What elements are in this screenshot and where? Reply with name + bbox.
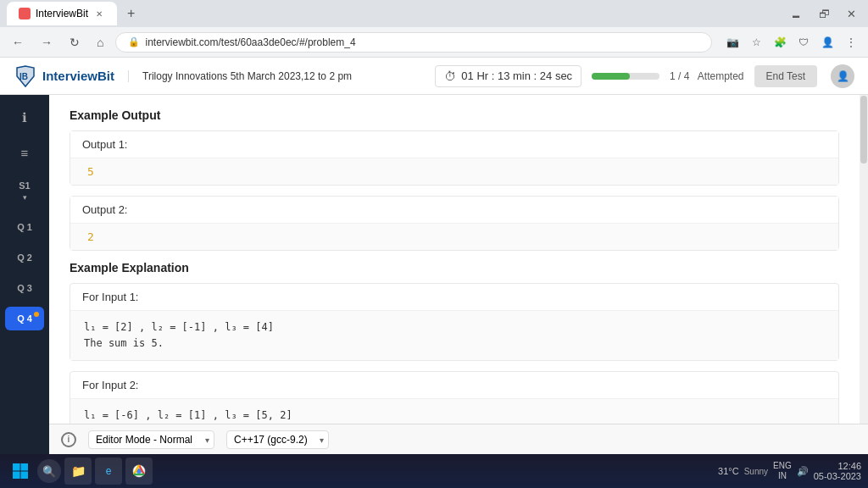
home-button[interactable]: ⌂ (92, 32, 108, 53)
bookmark-icon[interactable]: ☆ (746, 32, 766, 53)
sidebar-item-q4[interactable]: Q 4 (5, 307, 44, 330)
taskbar-date-text: 05-03-2023 (814, 471, 861, 481)
taskbar-datetime: 12:46 05-03-2023 (814, 461, 861, 481)
output2-label: Output 2: (70, 197, 838, 224)
compiler-wrapper: C++17 (gcc-9.2) (226, 430, 329, 449)
temperature: 31°C (718, 466, 739, 476)
browser-tab[interactable]: InterviewBit ✕ (7, 2, 117, 25)
url-text: interviewbit.com/test/60aa3de0ec/#/probl… (145, 36, 699, 48)
q2-label: Q 2 (17, 252, 32, 263)
output1-block: Output 1: 5 (70, 130, 839, 186)
list-icon: ≡ (21, 146, 29, 160)
taskbar-weather: Sunny (744, 467, 768, 476)
back-button[interactable]: ← (7, 32, 29, 53)
tab-title: InterviewBit (36, 8, 88, 19)
test-title: Trilogy Innovations 5th March 2023,12 to… (128, 70, 352, 82)
q1-label: Q 1 (17, 222, 32, 232)
shield-icon[interactable]: 🛡 (793, 32, 814, 53)
progress-text: 1 / 4 Attempted (670, 70, 743, 82)
taskbar-lang: ENGIN (773, 461, 792, 481)
sidebar-item-s1[interactable]: S1 ▾ (5, 174, 44, 208)
exp-input1-line2: The sum is 5. (84, 336, 825, 352)
taskbar-chrome[interactable] (125, 458, 153, 485)
taskbar-files[interactable]: 📁 (64, 458, 92, 485)
editor-mode-wrapper: Editor Mode - Normal (88, 430, 214, 449)
close-button[interactable]: ✕ (842, 8, 861, 20)
sidebar-item-q1[interactable]: Q 1 (5, 215, 44, 239)
address-bar[interactable]: 🔒 interviewbit.com/test/60aa3de0ec/#/pro… (115, 32, 712, 53)
test-title-text: Trilogy Innovations 5th March 2023,12 to… (142, 70, 352, 82)
window-controls: 🗕 🗗 ✕ (786, 8, 861, 20)
q4-label: Q 4 (17, 313, 32, 324)
browser-toolbar: ← → ↻ ⌂ 🔒 interviewbit.com/test/60aa3de0… (0, 27, 868, 58)
svg-rect-3 (13, 463, 20, 471)
new-tab-button[interactable]: + (122, 6, 140, 21)
info-icon: ℹ (22, 110, 27, 125)
output1-label: Output 1: (70, 131, 838, 158)
taskbar-icons: 🔊 (797, 466, 809, 477)
browser-titlebar: InterviewBit ✕ + 🗕 🗗 ✕ (0, 0, 868, 27)
user-avatar[interactable]: 👤 (831, 64, 854, 88)
forward-button[interactable]: → (36, 32, 58, 53)
sidebar-item-q3[interactable]: Q 3 (5, 276, 44, 300)
logo: IB InterviewBit (14, 64, 114, 88)
svg-rect-5 (13, 472, 20, 480)
taskbar-search[interactable]: 🔍 (37, 459, 61, 483)
svg-text:IB: IB (19, 72, 28, 81)
chevron-down-icon: ▾ (23, 193, 27, 202)
taskbar-right: 31°C Sunny ENGIN 🔊 12:46 05-03-2023 (718, 461, 861, 481)
exp-input1-line1: l₁ = [2] , l₂ = [-1] , l₃ = [4] (84, 319, 825, 336)
svg-rect-4 (21, 463, 29, 471)
progress-status: Attempted (698, 70, 744, 82)
menu-icon[interactable]: ⋮ (841, 32, 861, 53)
sidebar: ℹ ≡ S1 ▾ Q 1 Q 2 Q 3 Q 4 (0, 95, 49, 488)
reload-button[interactable]: ↻ (64, 32, 85, 53)
minimize-button[interactable]: 🗕 (786, 8, 807, 20)
chrome-icon (132, 464, 146, 478)
sidebar-item-info[interactable]: ℹ (5, 103, 44, 132)
exp-input1-body: l₁ = [2] , l₂ = [-1] , l₃ = [4] The sum … (70, 311, 838, 360)
browser-extension-icons: 📷 ☆ 🧩 🛡 👤 ⋮ (722, 32, 861, 53)
explanation-input1-block: For Input 1: l₁ = [2] , l₂ = [-1] , l₃ =… (70, 283, 839, 361)
taskbar-edge[interactable]: e (95, 458, 122, 485)
example-explanation-title: Example Explanation (70, 261, 839, 274)
tab-favicon (19, 8, 31, 19)
windows-logo (12, 463, 29, 480)
editor-mode-select[interactable]: Editor Mode - Normal (88, 430, 214, 449)
logo-icon: IB (14, 64, 37, 88)
q3-label: Q 3 (17, 283, 32, 293)
progress-fill (592, 73, 630, 80)
progress-fraction: 1 / 4 (670, 70, 689, 82)
example-output-title: Example Output (70, 108, 839, 122)
taskbar-temp: 31°C (718, 466, 739, 476)
s1-label: S1 (19, 180, 30, 191)
output2-value: 2 (70, 224, 838, 250)
bottom-bar: i Editor Mode - Normal C++17 (gcc-9.2) (49, 424, 868, 454)
timer: ⏱ 01 Hr : 13 min : 24 sec (435, 65, 581, 87)
sidebar-item-q2[interactable]: Q 2 (5, 246, 44, 269)
logo-text: InterviewBit (42, 69, 114, 83)
app-header: IB InterviewBit Trilogy Innovations 5th … (0, 58, 868, 95)
timer-icon: ⏱ (444, 69, 456, 83)
output1-value: 5 (70, 158, 838, 185)
start-button[interactable] (7, 458, 34, 485)
timer-section: ⏱ 01 Hr : 13 min : 24 sec 1 / 4 Attempte… (435, 65, 817, 87)
tab-close-button[interactable]: ✕ (93, 8, 105, 19)
extension-icon[interactable]: 🧩 (770, 32, 790, 53)
exp-input2-line1: l₁ = [-6] , l₂ = [1] , l₃ = [5, 2] (84, 408, 825, 424)
camera-icon[interactable]: 📷 (722, 32, 743, 53)
taskbar: 🔍 📁 e 31°C Sunny ENGIN 🔊 12:46 05-03-202… (0, 454, 868, 488)
exp-input2-label: For Input 2: (70, 372, 838, 399)
bottom-info-icon[interactable]: i (61, 432, 76, 447)
end-test-button[interactable]: End Test (754, 65, 817, 87)
scroll-thumb[interactable] (860, 96, 867, 164)
taskbar-time-text: 12:46 (814, 461, 861, 471)
sidebar-item-list[interactable]: ≡ (5, 139, 44, 167)
svg-rect-6 (21, 472, 29, 480)
compiler-select[interactable]: C++17 (gcc-9.2) (226, 430, 329, 449)
exp-input1-label: For Input 1: (70, 284, 838, 311)
maximize-button[interactable]: 🗗 (814, 8, 835, 20)
output2-block: Output 2: 2 (70, 196, 839, 251)
settings-dot (34, 312, 39, 317)
profile-icon[interactable]: 👤 (817, 32, 837, 53)
